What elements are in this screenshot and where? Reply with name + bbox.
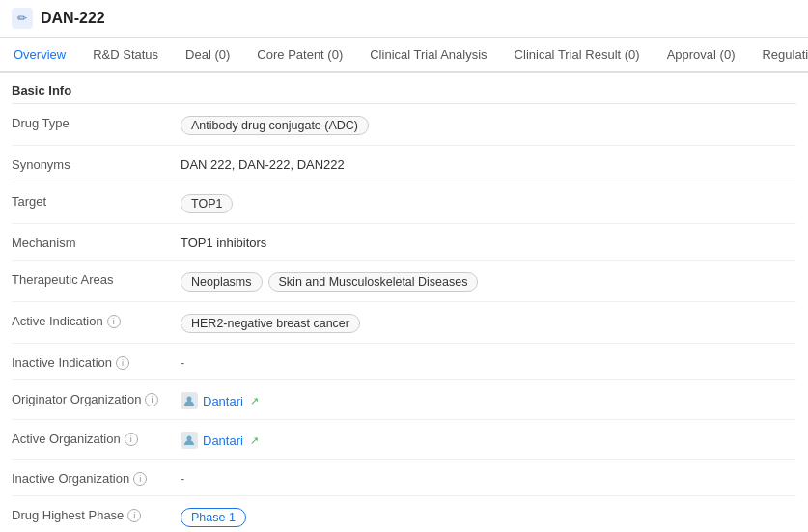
value-inactive-indication: - (181, 353, 796, 370)
field-row-inactive-organization: Inactive Organization i - (12, 460, 796, 496)
info-icon-active-org[interactable]: i (125, 433, 138, 446)
value-drug-type: Antibody drug conjugate (ADC) (181, 114, 796, 135)
value-synonyms: DAN 222, DAN-222, DAN222 (181, 155, 796, 172)
page-title: DAN-222 (41, 10, 105, 27)
field-row-inactive-indication: Inactive Indication i - (12, 344, 796, 380)
field-row-active-organization: Active Organization i Dantari ↗ (12, 420, 796, 460)
org-logo-originator (181, 392, 198, 409)
tab-deal[interactable]: Deal (0) (172, 38, 243, 73)
info-icon-inactive-org[interactable]: i (133, 472, 147, 486)
tag-drug-type: Antibody drug conjugate (ADC) (181, 116, 369, 135)
field-row-therapeutic-areas: Therapeutic Areas Neoplasms Skin and Mus… (12, 261, 796, 302)
label-drug-type: Drug Type (12, 114, 181, 130)
value-active-organization: Dantari ↗ (181, 430, 796, 449)
tag-active-indication: HER2-negative breast cancer (181, 314, 360, 333)
value-mechanism: TOP1 inhibitors (181, 234, 796, 250)
svg-point-1 (187, 397, 192, 402)
tab-regulation[interactable]: Regulation (0) (748, 38, 808, 73)
field-row-target: Target TOP1 (12, 182, 796, 224)
tab-core-patent[interactable]: Core Patent (0) (243, 38, 356, 73)
tabs-bar: Overview R&D Status Deal (0) Core Patent… (0, 38, 808, 73)
content-area: Basic Info Drug Type Antibody drug conju… (0, 73, 808, 532)
value-therapeutic-areas: Neoplasms Skin and Musculoskeletal Disea… (181, 270, 796, 292)
label-active-indication: Active Indication i (12, 312, 181, 328)
label-active-organization: Active Organization i (12, 430, 181, 446)
svg-point-3 (187, 436, 192, 441)
field-row-active-indication: Active Indication i HER2-negative breast… (12, 302, 796, 344)
value-drug-highest-phase: Phase 1 (181, 506, 796, 527)
info-icon-drug-phase[interactable]: i (127, 509, 141, 522)
org-name-originator[interactable]: Dantari (203, 394, 243, 408)
label-inactive-organization: Inactive Organization i (12, 469, 181, 486)
info-icon-inactive-indication[interactable]: i (116, 356, 129, 370)
field-row-originator-organization: Originator Organization i Dantari ↗ (12, 380, 796, 420)
label-synonyms: Synonyms (12, 155, 181, 172)
external-link-icon-active[interactable]: ↗ (250, 434, 259, 447)
tab-overview[interactable]: Overview (0, 38, 79, 73)
label-drug-highest-phase: Drug Highest Phase i (12, 506, 181, 522)
label-mechanism: Mechanism (12, 234, 181, 250)
org-name-active[interactable]: Dantari (203, 434, 243, 448)
label-originator-organization: Originator Organization i (12, 390, 181, 406)
tag-target: TOP1 (181, 194, 233, 213)
field-row-drug-type: Drug Type Antibody drug conjugate (ADC) (12, 104, 796, 146)
tab-rd-status[interactable]: R&D Status (79, 38, 172, 73)
label-target: Target (12, 192, 181, 209)
value-active-indication: HER2-negative breast cancer (181, 312, 796, 333)
tab-approval[interactable]: Approval (0) (654, 38, 749, 73)
org-logo-active (181, 432, 198, 449)
tag-neoplasms: Neoplasms (181, 272, 263, 292)
info-icon-active-indication[interactable]: i (107, 315, 121, 328)
org-item-active: Dantari ↗ (181, 432, 259, 449)
tab-clinical-trial-analysis[interactable]: Clinical Trial Analysis (356, 38, 500, 73)
page-header: ✏ DAN-222 (0, 0, 808, 38)
label-therapeutic-areas: Therapeutic Areas (12, 270, 181, 287)
value-target: TOP1 (181, 192, 796, 213)
label-inactive-indication: Inactive Indication i (12, 353, 181, 370)
value-inactive-organization: - (181, 469, 796, 486)
tab-clinical-trial-result[interactable]: Clinical Trial Result (0) (501, 38, 654, 73)
org-item-originator: Dantari ↗ (181, 392, 259, 409)
section-header-basic-info: Basic Info (12, 73, 796, 104)
field-row-drug-highest-phase: Drug Highest Phase i Phase 1 (12, 496, 796, 532)
field-row-synonyms: Synonyms DAN 222, DAN-222, DAN222 (12, 146, 796, 182)
info-icon-originator-org[interactable]: i (145, 393, 158, 406)
drug-icon: ✏ (12, 8, 33, 29)
field-row-mechanism: Mechanism TOP1 inhibitors (12, 224, 796, 261)
external-link-icon-originator[interactable]: ↗ (250, 395, 259, 407)
tag-phase-1: Phase 1 (181, 508, 246, 527)
tag-skin-diseases: Skin and Musculoskeletal Diseases (268, 272, 479, 292)
value-originator-organization: Dantari ↗ (181, 390, 796, 409)
